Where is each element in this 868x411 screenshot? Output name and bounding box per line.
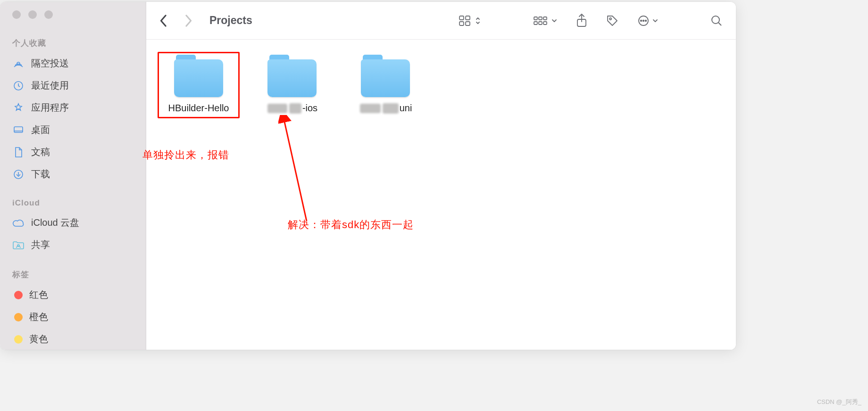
sidebar-tag-orange[interactable]: 橙色: [8, 306, 138, 328]
annotation-left: 单独拎出来，报错: [142, 148, 229, 162]
document-icon: [12, 146, 25, 158]
sidebar-tag-yellow[interactable]: 黄色: [8, 328, 138, 350]
back-button[interactable]: [159, 14, 168, 27]
search-button[interactable]: [707, 15, 726, 27]
annotation-center: 解决：带着sdk的东西一起: [288, 218, 414, 232]
folder-obscured-ios[interactable]: -ios: [251, 52, 333, 116]
sidebar-item-label: 最近使用: [31, 79, 69, 92]
svg-rect-7: [459, 22, 464, 25]
svg-rect-14: [543, 22, 547, 25]
svg-rect-2: [14, 127, 23, 132]
window-title: Projects: [209, 14, 252, 27]
share-button[interactable]: [572, 14, 592, 28]
view-icons-button[interactable]: [455, 15, 485, 26]
maximize-window-icon[interactable]: [44, 10, 53, 19]
sidebar-item-label: 文稿: [31, 146, 50, 158]
svg-point-18: [641, 20, 642, 21]
sidebar-item-icloud-drive[interactable]: iCloud 云盘: [8, 212, 138, 234]
folder-icon: [174, 55, 223, 97]
traffic-lights: [0, 10, 146, 33]
airdrop-icon: [12, 58, 25, 70]
finder-window: 个人收藏 隔空投送 最近使用 应用程序: [0, 2, 736, 350]
sidebar-section-favorites: 个人收藏: [8, 33, 138, 52]
sidebar-item-downloads[interactable]: 下载: [8, 163, 138, 185]
main-area: Projects: [146, 2, 736, 350]
svg-point-19: [643, 20, 644, 21]
close-window-icon[interactable]: [12, 10, 21, 19]
sidebar-item-label: 黄色: [29, 333, 48, 345]
applications-icon: [12, 102, 25, 114]
sidebar-section-tags: 标签: [8, 264, 138, 284]
svg-point-16: [609, 18, 611, 20]
folder-icon: [361, 55, 410, 97]
folder-label: uni: [359, 103, 412, 114]
sidebar-item-recents[interactable]: 最近使用: [8, 74, 138, 97]
svg-rect-8: [466, 22, 470, 25]
file-browser[interactable]: HBuilder-Hello -ios uni: [146, 40, 736, 350]
sidebar-item-label: 橙色: [29, 311, 48, 323]
svg-rect-12: [534, 22, 537, 25]
sidebar-item-shared[interactable]: 共享: [8, 234, 138, 256]
sidebar-item-label: 桌面: [31, 123, 50, 136]
svg-point-20: [645, 20, 647, 21]
folder-label-suffix: uni: [400, 103, 412, 114]
svg-rect-9: [534, 17, 537, 20]
tag-dot-icon: [14, 291, 23, 299]
cloud-icon: [12, 217, 25, 229]
shared-folder-icon: [12, 239, 25, 251]
sidebar-item-label: 下载: [31, 168, 50, 181]
svg-rect-6: [466, 16, 470, 20]
forward-button[interactable]: [184, 14, 192, 27]
sidebar-item-applications[interactable]: 应用程序: [8, 97, 138, 119]
tag-dot-icon: [14, 313, 23, 321]
folder-obscured-uni[interactable]: uni: [344, 52, 426, 116]
sidebar-tag-red[interactable]: 红色: [8, 284, 138, 306]
sidebar-item-label: iCloud 云盘: [31, 216, 79, 229]
toolbar: Projects: [146, 2, 736, 40]
tags-button[interactable]: [602, 14, 623, 27]
svg-point-21: [712, 16, 719, 24]
sidebar: 个人收藏 隔空投送 最近使用 应用程序: [0, 2, 146, 350]
watermark: CSDN @_阿秀_: [817, 398, 861, 406]
folder-label: -ios: [267, 103, 317, 114]
folder-label-suffix: -ios: [302, 103, 317, 114]
folder-icon: [267, 55, 317, 97]
svg-line-22: [284, 120, 307, 221]
svg-rect-5: [459, 16, 464, 20]
download-icon: [12, 168, 25, 181]
sidebar-item-label: 共享: [31, 238, 50, 251]
sidebar-item-label: 红色: [29, 288, 48, 301]
svg-rect-10: [539, 17, 542, 20]
folder-hbuilder-hello[interactable]: HBuilder-Hello: [158, 52, 240, 116]
tag-dot-icon: [14, 335, 23, 344]
clock-icon: [12, 80, 25, 92]
group-button[interactable]: [529, 15, 561, 26]
annotation-arrow-icon: [278, 115, 316, 223]
desktop-icon: [12, 124, 25, 136]
sidebar-item-label: 隔空投送: [31, 57, 69, 70]
svg-rect-13: [539, 22, 542, 25]
sidebar-item-documents[interactable]: 文稿: [8, 141, 138, 163]
sidebar-section-icloud: iCloud: [8, 194, 138, 212]
action-button[interactable]: [633, 14, 662, 27]
svg-rect-11: [543, 17, 547, 20]
sidebar-item-desktop[interactable]: 桌面: [8, 119, 138, 141]
sidebar-item-airdrop[interactable]: 隔空投送: [8, 52, 138, 74]
minimize-window-icon[interactable]: [28, 10, 37, 19]
sidebar-item-label: 应用程序: [31, 101, 69, 114]
